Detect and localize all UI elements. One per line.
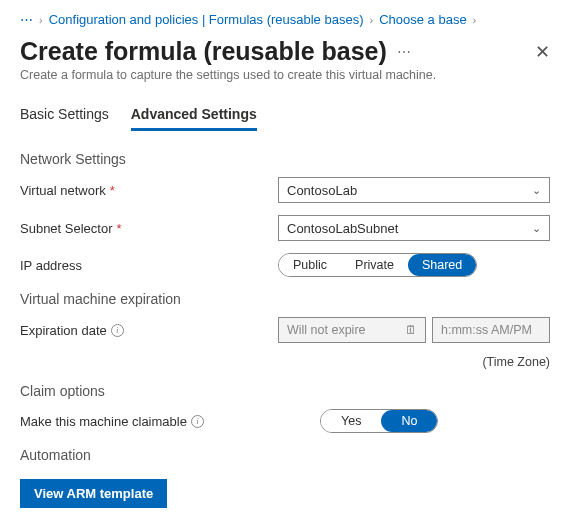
page-header: Create formula (reusable base) ⋯ ✕ <box>20 37 550 66</box>
label-virtual-network: Virtual network* <box>20 183 278 198</box>
label-subnet-selector: Subnet Selector* <box>20 221 278 236</box>
expiration-date-placeholder: Will not expire <box>287 323 366 337</box>
expiration-time-input[interactable]: h:mm:ss AM/PM <box>432 317 550 343</box>
label-expiration-date: Expiration date i <box>20 323 278 338</box>
required-indicator: * <box>110 183 115 198</box>
virtual-network-select[interactable]: ContosoLab ⌄ <box>278 177 550 203</box>
subnet-value: ContosoLabSubnet <box>287 221 398 236</box>
ip-option-public[interactable]: Public <box>279 254 341 276</box>
section-expiration: Virtual machine expiration <box>20 291 550 307</box>
close-icon[interactable]: ✕ <box>535 41 550 63</box>
ip-option-shared[interactable]: Shared <box>408 254 476 276</box>
calendar-icon: 🗓 <box>405 323 417 337</box>
claimable-no[interactable]: No <box>381 410 437 432</box>
breadcrumb-link-config[interactable]: Configuration and policies | Formulas (r… <box>49 12 364 27</box>
subnet-select[interactable]: ContosoLabSubnet ⌄ <box>278 215 550 241</box>
tab-advanced-settings[interactable]: Advanced Settings <box>131 106 257 131</box>
timezone-note: (Time Zone) <box>20 355 550 369</box>
virtual-network-value: ContosoLab <box>287 183 357 198</box>
section-claim: Claim options <box>20 383 550 399</box>
claimable-toggle: Yes No <box>320 409 438 433</box>
tab-bar: Basic Settings Advanced Settings <box>20 106 550 131</box>
ip-option-private[interactable]: Private <box>341 254 408 276</box>
info-icon[interactable]: i <box>191 415 204 428</box>
page-title: Create formula (reusable base) <box>20 37 387 66</box>
view-arm-template-button[interactable]: View ARM template <box>20 479 167 508</box>
expiration-time-placeholder: h:mm:ss AM/PM <box>441 323 532 337</box>
label-ip-address: IP address <box>20 258 278 273</box>
breadcrumb-overflow[interactable]: ⋯ <box>20 12 33 27</box>
ip-address-toggle: Public Private Shared <box>278 253 477 277</box>
claimable-yes[interactable]: Yes <box>321 410 381 432</box>
tab-basic-settings[interactable]: Basic Settings <box>20 106 109 131</box>
more-actions-icon[interactable]: ⋯ <box>397 44 412 60</box>
section-network: Network Settings <box>20 151 550 167</box>
chevron-right-icon: › <box>39 14 43 26</box>
breadcrumb-link-choose-base[interactable]: Choose a base <box>379 12 466 27</box>
label-claimable: Make this machine claimable i <box>20 414 278 429</box>
chevron-right-icon: › <box>369 14 373 26</box>
required-indicator: * <box>117 221 122 236</box>
info-icon[interactable]: i <box>111 324 124 337</box>
breadcrumb: ⋯ › Configuration and policies | Formula… <box>20 12 550 27</box>
expiration-date-input[interactable]: Will not expire 🗓 <box>278 317 426 343</box>
chevron-down-icon: ⌄ <box>532 222 541 235</box>
page-subtitle: Create a formula to capture the settings… <box>20 68 550 82</box>
chevron-right-icon: › <box>473 14 477 26</box>
chevron-down-icon: ⌄ <box>532 184 541 197</box>
section-automation: Automation <box>20 447 550 463</box>
